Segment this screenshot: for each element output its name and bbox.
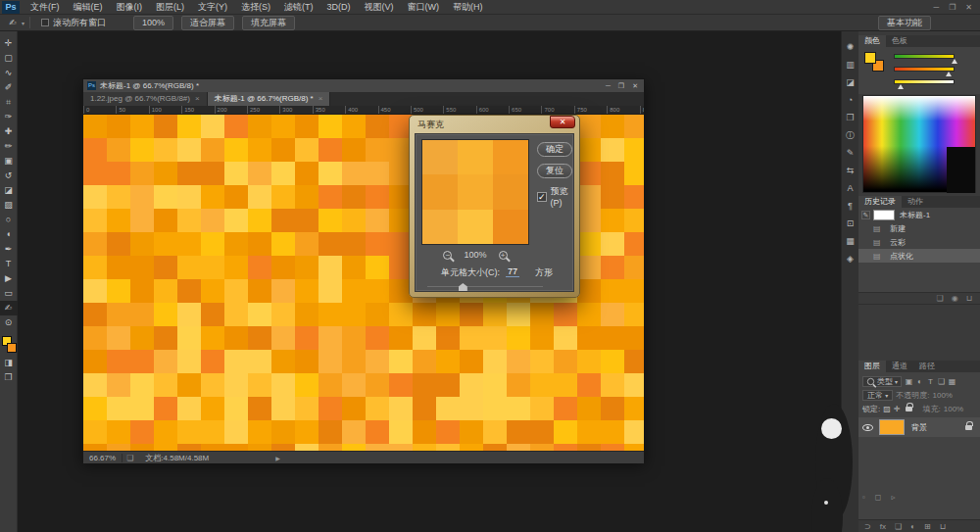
color-tab-颜色[interactable]: 颜色 xyxy=(858,35,886,47)
doc-close-button[interactable]: ✕ xyxy=(632,82,638,90)
link-layers-icon[interactable]: ⊃ xyxy=(864,522,871,531)
menu-item-滤镜(T)[interactable]: 滤镜(T) xyxy=(277,0,320,15)
character-icon[interactable]: A xyxy=(842,180,859,198)
color-tab-色板[interactable]: 色板 xyxy=(886,35,913,47)
layer-mask-icon[interactable]: ❏ xyxy=(895,522,902,531)
filter-smart-objects-icon[interactable]: ▦ xyxy=(947,377,957,386)
zoom-in-icon[interactable]: + xyxy=(499,251,508,260)
fit-screen-button[interactable]: 适合屏幕 xyxy=(181,16,234,30)
document-tab-0[interactable]: 1.22.jpeg @ 66.7%(RGB/8#)× xyxy=(83,92,208,106)
screen-mode-button[interactable]: ❐ xyxy=(0,370,18,385)
cell-size-slider[interactable] xyxy=(427,283,543,291)
filter-preview[interactable] xyxy=(421,139,529,245)
layer-style-icon[interactable]: fx xyxy=(880,522,886,531)
lock-transparency-icon[interactable]: ▨ xyxy=(883,405,891,413)
filter-pixel-layers-icon[interactable]: ▣ xyxy=(904,377,914,386)
delete-state-icon[interactable]: ⊔ xyxy=(966,294,972,303)
navigator-icon[interactable]: ◔ xyxy=(842,92,859,110)
zoom-100-button[interactable]: 100% xyxy=(133,16,173,30)
filter-shape-layers-icon[interactable]: ❏ xyxy=(936,377,947,386)
dodge-tool[interactable]: ◖ xyxy=(0,227,18,242)
background-layer-row[interactable]: 背景 xyxy=(858,417,980,437)
adjustments-icon[interactable]: ✺ xyxy=(842,39,859,57)
tab-close-icon[interactable]: × xyxy=(318,94,323,103)
delete-layer-icon[interactable]: ⊔ xyxy=(940,522,946,531)
preview-checkbox[interactable]: ✓ xyxy=(537,192,547,202)
menu-item-文字(Y)[interactable]: 文字(Y) xyxy=(191,0,234,15)
tab-close-icon[interactable]: × xyxy=(195,94,200,103)
blend-mode-dropdown[interactable]: 正常 ▾ xyxy=(862,390,893,401)
menu-item-视图(V)[interactable]: 视图(V) xyxy=(358,0,401,15)
move-tool[interactable]: ✛ xyxy=(0,36,18,51)
scroll-all-windows-checkbox[interactable] xyxy=(41,19,49,26)
layer-thumbnail[interactable] xyxy=(879,419,905,435)
opacity-value[interactable]: 100% xyxy=(932,391,952,400)
layers-tab-路径[interactable]: 路径 xyxy=(913,361,941,372)
healing-brush-tool[interactable]: ✚ xyxy=(0,124,18,139)
black-swatch[interactable] xyxy=(947,147,975,193)
new-document-from-state-icon[interactable]: ❏ xyxy=(937,294,944,303)
document-titlebar[interactable]: Ps 未标题-1 @ 66.7%(RGB/8) * ─ ❐ ✕ xyxy=(83,79,644,92)
quick-selection-tool[interactable]: ✐ xyxy=(0,80,18,95)
adjustment-layer-icon[interactable]: ◐ xyxy=(910,522,915,531)
type-tool[interactable]: T xyxy=(0,257,18,271)
layer-effects-mini-icon[interactable]: ◻ xyxy=(875,493,882,502)
menu-item-图层(L)[interactable]: 图层(L) xyxy=(149,0,191,15)
menu-item-图像(I)[interactable]: 图像(I) xyxy=(110,0,150,15)
color-spectrum-ramp[interactable] xyxy=(862,95,976,193)
character-styles-icon[interactable]: ⊡ xyxy=(842,216,859,233)
histogram-icon[interactable]: ▥ xyxy=(842,57,859,74)
eyedropper-tool[interactable]: ✑ xyxy=(0,110,18,124)
layer-filter-kind-dropdown[interactable]: 类型 ▾ xyxy=(862,376,902,387)
layer-mask-mini-icon[interactable]: ▹ xyxy=(891,493,895,502)
hand-tool-preset-icon[interactable]: ✍ xyxy=(4,16,22,30)
path-selection-tool[interactable]: ▶ xyxy=(0,271,18,286)
menu-item-编辑(E)[interactable]: 编辑(E) xyxy=(67,0,110,15)
paragraph-styles-icon[interactable]: ▦ xyxy=(842,233,859,251)
clone-source-icon[interactable]: ❐ xyxy=(842,110,859,127)
brush-presets-icon[interactable]: ⇆ xyxy=(842,163,859,180)
zoom-tool[interactable]: ⊙ xyxy=(0,315,18,330)
blue-slider[interactable] xyxy=(894,76,970,89)
workspace-button[interactable]: 基本功能 xyxy=(878,16,931,30)
cell-size-value[interactable]: 77 xyxy=(506,266,519,277)
clone-stamp-tool[interactable]: ▣ xyxy=(0,154,18,169)
ok-button[interactable]: 确定 xyxy=(537,142,572,157)
zoom-level-field[interactable]: 66.67% xyxy=(83,454,122,462)
filter-type-layers-icon[interactable]: T xyxy=(925,377,936,386)
layer-visibility-eye-icon[interactable] xyxy=(862,424,873,431)
paragraph-icon[interactable]: ¶ xyxy=(842,198,859,216)
crop-tool[interactable]: ⌗ xyxy=(0,95,18,110)
foreground-color-swatch[interactable] xyxy=(864,52,876,64)
lock-position-icon[interactable]: ✛ xyxy=(894,405,901,413)
properties-icon[interactable]: ◈ xyxy=(842,251,859,268)
zoom-out-icon[interactable]: − xyxy=(443,251,452,260)
restore-button[interactable]: ❐ xyxy=(949,3,956,12)
lock-all-icon[interactable] xyxy=(906,407,912,411)
fill-value[interactable]: 100% xyxy=(944,405,963,413)
red-slider[interactable] xyxy=(894,51,970,64)
history-brush-source-icon[interactable]: ✎ xyxy=(861,211,870,219)
menu-item-3D(D)[interactable]: 3D(D) xyxy=(320,0,358,15)
marquee-tool[interactable]: ▢ xyxy=(0,51,18,66)
status-arrow-icon[interactable]: ▶ xyxy=(275,455,280,461)
close-button[interactable]: ✕ xyxy=(965,3,972,12)
minimize-button[interactable]: ─ xyxy=(933,3,939,12)
menu-item-选择(S)[interactable]: 选择(S) xyxy=(234,0,277,15)
slider-handle[interactable] xyxy=(459,283,467,291)
quick-mask-button[interactable]: ◨ xyxy=(0,356,18,370)
pen-tool[interactable]: ✒ xyxy=(0,242,18,257)
styles-icon[interactable]: ◪ xyxy=(842,74,859,92)
menu-item-窗口(W)[interactable]: 窗口(W) xyxy=(401,0,447,15)
doc-minimize-button[interactable]: ─ xyxy=(606,82,611,90)
eraser-tool[interactable]: ◪ xyxy=(0,183,18,198)
history-tab-动作[interactable]: 动作 xyxy=(902,196,929,208)
history-brush-tool[interactable]: ↺ xyxy=(0,169,18,183)
menu-item-帮助(H)[interactable]: 帮助(H) xyxy=(446,0,490,15)
layers-tab-通道[interactable]: 通道 xyxy=(886,361,913,372)
green-slider[interactable] xyxy=(894,64,970,76)
layers-tab-图层[interactable]: 图层 xyxy=(858,361,886,372)
lasso-tool[interactable]: ∿ xyxy=(0,66,18,80)
hand-tool[interactable]: ✍ xyxy=(0,301,18,315)
history-tab-历史记录[interactable]: 历史记录 xyxy=(858,196,902,208)
